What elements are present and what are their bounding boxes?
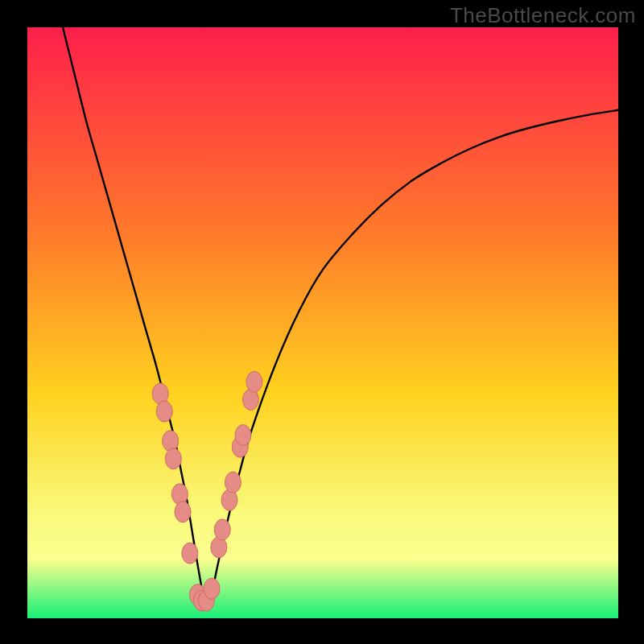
curve-marker <box>171 484 188 505</box>
curve-marker <box>165 448 181 469</box>
curve-marker <box>214 519 230 540</box>
chart-svg <box>0 0 644 644</box>
plot-background <box>27 27 618 618</box>
curve-marker <box>182 543 198 564</box>
curve-marker <box>163 431 179 452</box>
curve-marker <box>175 502 191 522</box>
curve-marker <box>235 424 251 445</box>
curve-marker <box>246 371 262 392</box>
curve-marker <box>204 578 220 599</box>
chart-frame: TheBottleneck.com <box>0 0 644 644</box>
curve-marker <box>156 401 172 422</box>
watermark-text: TheBottleneck.com <box>450 3 636 28</box>
curve-marker <box>225 472 241 493</box>
